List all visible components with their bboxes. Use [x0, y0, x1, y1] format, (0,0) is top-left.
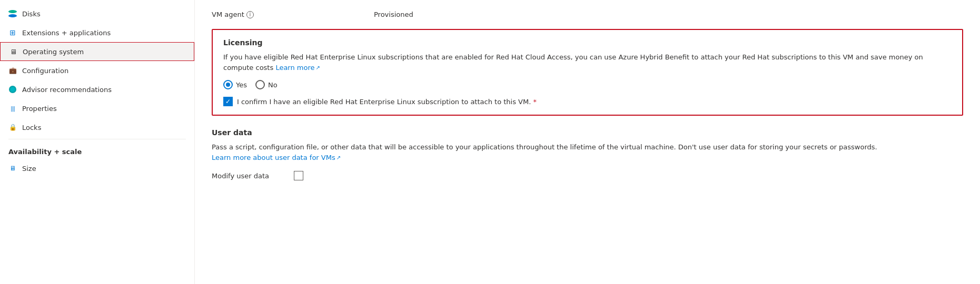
modify-user-data-row: Modify user data: [212, 171, 963, 180]
user-data-description: Pass a script, configuration file, or ot…: [212, 142, 963, 163]
vm-agent-value: Provisioned: [374, 11, 413, 18]
sidebar-item-locks[interactable]: Locks: [0, 118, 194, 137]
user-data-learn-more-text: Learn more about user data for VMs: [212, 153, 335, 163]
radio-yes-label: Yes: [236, 81, 247, 89]
availability-section-header: Availability + scale: [0, 141, 194, 159]
configuration-icon: [8, 66, 17, 75]
sidebar: Disks Extensions + applications Operatin…: [0, 0, 195, 284]
sidebar-item-size[interactable]: Size: [0, 159, 194, 178]
os-icon: [9, 47, 17, 56]
confirm-checkbox[interactable]: [223, 97, 233, 106]
radio-no-option[interactable]: No: [255, 80, 278, 89]
sidebar-item-configuration-label: Configuration: [22, 67, 68, 75]
sidebar-item-advisor-label: Advisor recommendations: [22, 86, 112, 94]
sidebar-item-properties[interactable]: Properties: [0, 99, 194, 118]
licensing-radio-group: Yes No: [223, 80, 952, 89]
radio-yes-option[interactable]: Yes: [223, 80, 247, 89]
user-data-section: User data Pass a script, configuration f…: [212, 128, 963, 180]
radio-no-label: No: [268, 81, 278, 89]
sidebar-item-extensions-label: Extensions + applications: [22, 29, 111, 37]
sidebar-divider: [8, 139, 186, 139]
confirm-checkbox-row: I confirm I have an eligible Red Hat Ent…: [223, 97, 952, 106]
user-data-external-link-icon: ↗: [336, 154, 341, 161]
properties-icon: [8, 104, 17, 113]
licensing-desc-text: If you have eligible Red Hat Enterprise …: [223, 53, 923, 72]
confirm-label: I confirm I have an eligible Red Hat Ent…: [237, 98, 537, 106]
licensing-description: If you have eligible Red Hat Enterprise …: [223, 52, 952, 73]
vm-agent-text: VM agent: [212, 11, 244, 18]
user-data-learn-more-link[interactable]: Learn more about user data for VMs ↗: [212, 153, 341, 163]
disks-icon: [8, 9, 17, 18]
vm-agent-row: VM agent i Provisioned: [212, 11, 963, 18]
sidebar-item-os-label: Operating system: [23, 48, 84, 56]
radio-yes-circle: [223, 80, 233, 89]
advisor-icon: [8, 85, 17, 94]
licensing-learn-more-link[interactable]: Learn more ↗: [275, 63, 320, 73]
vm-agent-info-icon[interactable]: i: [246, 11, 254, 18]
user-data-title: User data: [212, 128, 963, 137]
user-data-desc-text: Pass a script, configuration file, or ot…: [212, 143, 877, 151]
required-star: *: [533, 98, 537, 106]
radio-no-circle: [255, 80, 265, 89]
modify-user-data-checkbox[interactable]: [294, 171, 303, 180]
sidebar-item-advisor[interactable]: Advisor recommendations: [0, 80, 194, 99]
licensing-box: Licensing If you have eligible Red Hat E…: [212, 29, 963, 116]
vm-agent-label: VM agent i: [212, 11, 370, 18]
sidebar-item-disks-label: Disks: [22, 10, 41, 18]
licensing-learn-more-text: Learn more: [275, 63, 314, 73]
licensing-title: Licensing: [223, 38, 952, 47]
modify-user-data-label: Modify user data: [212, 172, 285, 180]
sidebar-item-os[interactable]: Operating system: [0, 42, 194, 61]
external-link-icon: ↗: [316, 64, 320, 72]
extensions-icon: [8, 28, 17, 37]
sidebar-item-extensions[interactable]: Extensions + applications: [0, 23, 194, 42]
sidebar-item-locks-label: Locks: [22, 124, 41, 131]
sidebar-item-properties-label: Properties: [22, 105, 57, 113]
sidebar-item-configuration[interactable]: Configuration: [0, 61, 194, 80]
sidebar-item-disks[interactable]: Disks: [0, 4, 194, 23]
size-icon: [8, 164, 17, 173]
main-content: VM agent i Provisioned Licensing If you …: [195, 0, 980, 284]
sidebar-item-size-label: Size: [22, 165, 36, 173]
locks-icon: [8, 123, 17, 131]
